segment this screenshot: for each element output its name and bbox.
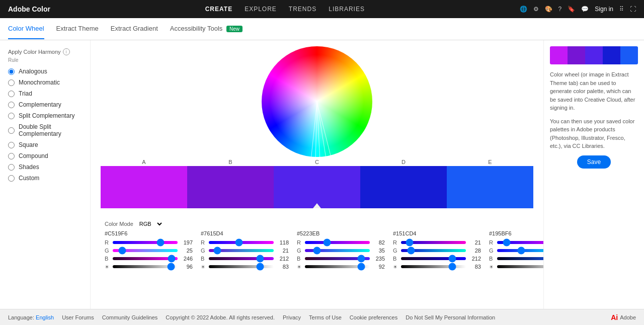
main-area: Apply Color Harmony i Rule Analogous Mon… [0,40,644,309]
left-panel: Apply Color Harmony i Rule Analogous Mon… [0,40,91,309]
color-col-a: #C519F6 R 197 G 25 B 246 [101,230,197,272]
footer-link-community[interactable]: Community Guidelines [102,314,158,320]
range-b-b[interactable] [209,257,274,260]
nav-right: 🌐 ⚙ 🎨 ? 🔖 💬 Sign in ⠿ ⛶ [520,6,636,13]
range-r-b[interactable] [209,241,274,244]
color-details: Color Mode RGB HSB CMYK Lab Hex #C519F6 … [101,212,533,277]
right-info-2: You can then use your saved color palett… [550,117,638,150]
range-r-e[interactable] [497,241,543,244]
language-label: Language: English [8,314,54,320]
color-swatches [101,166,533,208]
range-b-d[interactable] [401,257,466,260]
footer-link-privacy[interactable]: Privacy [283,314,301,320]
adobe-logo: Ai Adobe [611,313,636,321]
globe-icon[interactable]: 🌐 [520,6,527,13]
footer-link-terms[interactable]: Terms of Use [309,314,342,320]
swatch-c[interactable] [274,166,360,208]
harmony-options: Analogous Monochromatic Triad Complement… [8,68,82,182]
palette-swatch-5 [620,46,638,64]
bookmark-icon[interactable]: 🔖 [568,6,575,13]
swatch-a[interactable] [101,166,187,208]
color-icon[interactable]: 🎨 [545,6,552,13]
range-bright-c[interactable] [305,265,370,268]
slider-g-a: G 25 [105,248,193,254]
nav-libraries[interactable]: LIBRARIES [329,6,365,13]
palette-swatch-1 [550,46,568,64]
footer-link-forums[interactable]: User Forums [62,314,94,320]
radio-monochromatic[interactable]: Monochromatic [8,79,82,86]
tab-color-wheel[interactable]: Color Wheel [8,19,44,39]
color-mode-select[interactable]: RGB HSB CMYK Lab Hex [137,220,164,227]
radio-split-complementary[interactable]: Split Complementary [8,112,82,119]
hex-a: #C519F6 [105,230,193,236]
footer-link-donotsell[interactable]: Do Not Sell My Personal Information [406,314,495,320]
radio-analogous[interactable]: Analogous [8,68,82,75]
range-b-c[interactable] [305,257,370,260]
radio-complementary[interactable]: Complementary [8,101,82,108]
new-badge: New [226,26,243,32]
range-r-c[interactable] [305,241,370,244]
slider-b-a: B 246 [105,256,193,262]
adobe-text: Adobe [620,314,636,320]
swatch-b[interactable] [187,166,274,208]
harmony-label: Apply Color Harmony i [8,48,82,55]
range-g-c[interactable] [305,249,370,252]
color-col-c: #5223EB R 82 G 35 B 235 [293,230,389,272]
save-button[interactable]: Save [577,155,611,169]
col-label-c: C [274,159,360,165]
range-bright-b[interactable] [209,265,274,268]
signin-button[interactable]: Sign in [595,6,613,13]
range-bright-a[interactable] [113,265,178,268]
range-bright-e[interactable] [497,265,543,268]
color-col-d: #151CD4 R 21 G 28 B 212 [389,230,485,272]
tab-extract-theme[interactable]: Extract Theme [56,19,99,39]
column-labels: A B C D E [101,159,533,165]
slider-r-a: R 197 [105,239,193,246]
col-label-e: E [447,159,533,165]
right-info-1: Color wheel (or image in Extract Theme t… [550,70,638,112]
range-bright-d[interactable] [401,265,466,268]
adobe-icon: Ai [611,313,618,321]
chat-icon[interactable]: 💬 [581,6,589,13]
swatch-d[interactable] [360,166,447,208]
swatch-e[interactable] [447,166,533,208]
radio-square[interactable]: Square [8,141,82,148]
footer-copyright: Copyright © 2022 Adobe. All rights reser… [166,314,275,320]
col-label-a: A [101,159,187,165]
expand-icon[interactable]: ⛶ [630,6,636,13]
info-icon[interactable]: i [63,48,70,55]
top-nav: Adobe Color CREATE EXPLORE TRENDS LIBRAR… [0,0,644,18]
help-icon[interactable]: ? [558,6,562,13]
radio-custom[interactable]: Custom [8,175,82,182]
range-r-d[interactable] [401,241,466,244]
range-g-d[interactable] [401,249,466,252]
settings-icon[interactable]: ⚙ [533,6,539,13]
wheel-container [262,46,372,157]
range-g-b[interactable] [209,249,274,252]
hex-b: #7615D4 [201,230,289,236]
color-mode-label: Color Mode [105,221,133,227]
nav-create[interactable]: CREATE [205,6,232,13]
tab-extract-gradient[interactable]: Extract Gradient [111,19,158,39]
palette-swatch-2 [568,46,585,64]
range-b-e[interactable] [497,257,543,260]
radio-compound[interactable]: Compound [8,152,82,159]
radio-triad[interactable]: Triad [8,90,82,97]
range-g-a[interactable] [113,249,178,252]
range-r-a[interactable] [113,241,178,244]
footer-link-cookies[interactable]: Cookie preferences [350,314,397,320]
radio-shades[interactable]: Shades [8,164,82,171]
color-col-b: #7615D4 R 118 G 21 B 212 [197,230,293,272]
nav-explore[interactable]: EXPLORE [245,6,277,13]
language-value[interactable]: English [36,314,54,320]
grid-icon[interactable]: ⠿ [619,6,624,13]
tab-accessibility[interactable]: Accessibility Tools New [170,19,243,39]
hex-d: #151CD4 [393,230,481,236]
right-panel: Color wheel (or image in Extract Theme t… [543,40,644,309]
nav-trends[interactable]: TRENDS [289,6,316,13]
range-b-a[interactable] [113,257,178,260]
radio-double-split[interactable]: Double Split Complementary [8,123,82,137]
palette-swatch-3 [585,46,603,64]
palette-preview [550,46,638,64]
range-g-e[interactable] [497,249,543,252]
